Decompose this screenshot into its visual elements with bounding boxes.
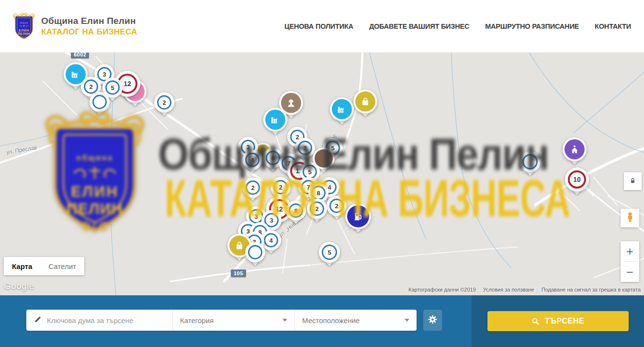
category-select-label: Категория — [180, 316, 214, 325]
map-type-satellite-button[interactable]: Сателит — [40, 257, 84, 275]
nav-add-your-business[interactable]: ДОБАВЕТЕ ВАШИЯТ БИЗНЕС — [369, 22, 469, 30]
factory-icon — [332, 99, 352, 119]
svg-text:ЕЛИН: ЕЛИН — [19, 28, 29, 32]
map-attribution: Картографски данни ©2019 Условия за полз… — [408, 287, 641, 292]
chevron-down-icon — [282, 319, 287, 322]
cluster-ring: 3 — [298, 141, 312, 155]
cluster-count: 2 — [251, 184, 254, 191]
category-marker[interactable] — [263, 108, 287, 132]
category-select[interactable]: Категория — [172, 310, 294, 331]
cluster-count: 3 — [270, 217, 273, 224]
search-input-group: Категория Местоположение — [26, 310, 417, 331]
cluster-count: 4 — [269, 237, 272, 244]
search-button[interactable]: ТЪРСЕНЕ — [487, 311, 629, 331]
zoom-control: + − — [621, 241, 639, 282]
advanced-search-button[interactable] — [423, 310, 442, 331]
factory-icon — [265, 110, 285, 130]
terms-of-use-link[interactable]: Условия за ползване — [483, 287, 534, 292]
search-fields-panel: Категория Местоположение — [0, 295, 472, 347]
cluster-marker[interactable]: 4 — [242, 150, 262, 170]
cluster-count: 2 — [89, 83, 92, 90]
main-nav: ЦЕНОВА ПОЛИТИКА ДОБАВЕТЕ ВАШИЯТ БИЗНЕС М… — [284, 22, 632, 30]
map-type-map-button[interactable]: Карта — [4, 257, 40, 275]
category-marker[interactable] — [353, 90, 377, 113]
cluster-ring: 8 — [289, 203, 303, 218]
cluster-marker[interactable]: 5 — [319, 242, 340, 263]
cluster-marker[interactable]: 2 — [154, 92, 174, 112]
cluster-ring: 2 — [157, 95, 171, 110]
cluster-count: 8 — [316, 190, 320, 197]
site-header: община ЕЛИН ПЕЛИН Община Елин Пелин КАТА… — [0, 0, 644, 53]
zoom-in-button[interactable]: + — [621, 241, 639, 261]
report-map-error-link[interactable]: Подаване на сигнал за грешка в картата — [542, 287, 641, 292]
cluster-count: 2 — [315, 205, 318, 213]
site-title: Община Елин Пелин — [41, 16, 137, 26]
cluster-count: 2 — [335, 202, 338, 210]
cluster-count: 3 — [102, 71, 106, 78]
cluster-count: 10 — [573, 176, 581, 183]
cluster-marker[interactable] — [245, 242, 265, 262]
marker-disc: 8 — [286, 201, 306, 221]
cluster-ring — [92, 95, 107, 109]
cluster-ring: 5 — [322, 245, 337, 260]
category-marker[interactable] — [330, 97, 354, 121]
marker-disc: 2 — [307, 199, 327, 219]
cluster-marker[interactable]: 2 — [327, 196, 347, 216]
cluster-marker[interactable]: 8 — [286, 201, 306, 221]
marker-disc — [90, 92, 110, 112]
cluster-count: 2 — [279, 184, 282, 191]
category-marker[interactable] — [563, 137, 587, 161]
map-type-control: Карта Сателит — [4, 257, 84, 275]
pegman-icon — [624, 212, 636, 224]
cluster-ring: 4 — [264, 233, 278, 247]
marker-disc: 2 — [327, 196, 347, 216]
cluster-ring: 2 — [310, 201, 324, 216]
cluster-count: 5 — [308, 168, 311, 176]
keyword-section — [26, 310, 172, 331]
brand[interactable]: община ЕЛИН ПЕЛИН Община Елин Пелин КАТА… — [12, 11, 137, 42]
category-marker[interactable] — [345, 203, 371, 229]
cluster-ring — [522, 154, 538, 169]
keyword-search-input[interactable] — [47, 316, 165, 325]
marker-disc — [263, 108, 287, 132]
cluster-marker[interactable]: 2 — [307, 199, 327, 219]
attribution-copyright: Картографски данни ©2019 — [408, 287, 476, 292]
map-canvas[interactable]: 6002105ул. Преславбул. „Новоселции 31225… — [0, 53, 644, 295]
location-select[interactable]: Местоположение — [294, 310, 417, 331]
marker-disc — [245, 242, 265, 262]
cluster-marker[interactable]: 2 — [271, 177, 291, 197]
street-view-pegman-button[interactable] — [621, 209, 639, 227]
nav-route-schedule[interactable]: МАРШРУТНО РАЗПИСАНИЕ — [485, 22, 579, 30]
cluster-marker[interactable]: 2 — [243, 178, 263, 198]
cluster-count: 4 — [328, 184, 331, 191]
worker-icon — [281, 93, 301, 113]
municipality-logo: община ЕЛИН ПЕЛИН — [12, 11, 36, 42]
nav-pricing-policy[interactable]: ЦЕНОВА ПОЛИТИКА — [284, 22, 353, 30]
cluster-ring: 2 — [84, 79, 98, 94]
cluster-count: 12 — [124, 80, 131, 88]
shopping-bag-icon — [355, 91, 375, 112]
svg-text:ПЕЛИН: ПЕЛИН — [18, 32, 30, 35]
lock-button[interactable] — [624, 172, 642, 190]
svg-text:община: община — [20, 22, 28, 24]
marker-disc: 10 — [565, 168, 589, 191]
marker-disc: 5 — [319, 242, 340, 263]
pencil-icon — [34, 315, 42, 325]
location-select-label: Местоположение — [302, 316, 360, 325]
cluster-count: 6 — [271, 155, 274, 162]
search-submit-panel: ТЪРСЕНЕ — [472, 295, 644, 347]
marker-disc: 3 — [295, 138, 315, 158]
zoom-out-button[interactable]: − — [621, 262, 639, 282]
cluster-marker[interactable]: 10 — [565, 168, 589, 191]
marker-disc — [353, 90, 377, 113]
google-logo[interactable]: Google — [4, 281, 34, 291]
nav-contacts[interactable]: КОНТАКТИ — [595, 22, 631, 30]
cluster-marker[interactable] — [90, 92, 110, 112]
marker-disc — [520, 151, 541, 172]
lock-icon — [629, 177, 636, 186]
site-subtitle: КАТАЛОГ НА БИЗНЕСА — [41, 27, 137, 37]
search-bar: Категория Местоположение — [0, 295, 644, 347]
cluster-marker[interactable] — [520, 151, 541, 172]
cluster-marker[interactable]: 3 — [295, 138, 315, 158]
marker-disc: 2 — [271, 177, 291, 197]
